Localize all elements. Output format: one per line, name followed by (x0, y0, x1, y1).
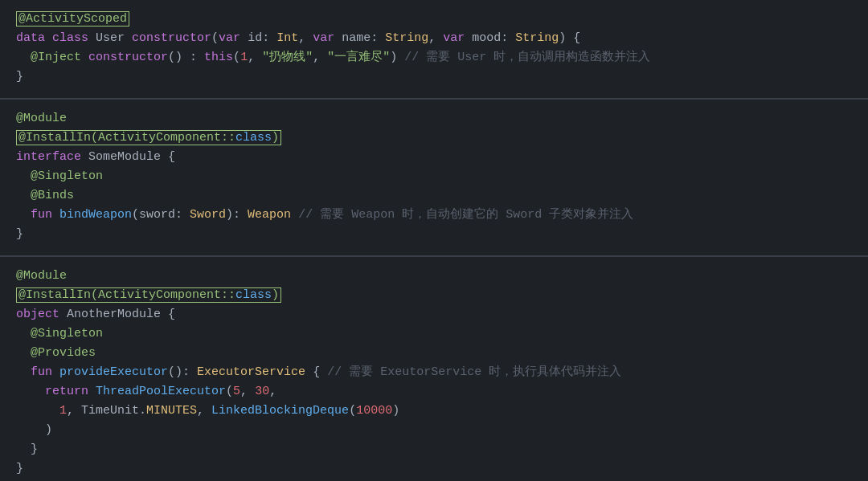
line-3-6: fun provideExecutor(): ExecutorService {… (16, 363, 852, 382)
annotation-activity-scoped: @ActivityScoped (16, 11, 129, 26)
code-block-2: @Module @InstallIn(ActivityComponent::cl… (0, 100, 868, 257)
line-1-4: } (16, 67, 852, 87)
line-3-4: @Singleton (16, 324, 852, 344)
line-3-11: } (16, 459, 852, 479)
line-3-10: } (16, 440, 852, 459)
line-3-7: return ThreadPoolExecutor(5, 30, (16, 382, 852, 402)
line-2-3: interface SomeModule { (16, 148, 852, 167)
annotation-install-in-3: @InstallIn(ActivityComponent::class) (16, 287, 281, 303)
line-2-6: fun bindWeapon(sword: Sword): Weapon // … (16, 206, 852, 225)
line-3-2: @InstallIn(ActivityComponent::class) (16, 286, 852, 305)
line-2-5: @Binds (16, 186, 852, 206)
line-1-3: @Inject constructor() : this(1, "扔物线", "… (16, 48, 852, 67)
line-2-4: @Singleton (16, 167, 852, 186)
code-container: @ActivityScoped data class User construc… (0, 0, 868, 481)
line-2-7: } (16, 225, 852, 244)
line-3-3: object AnotherModule { (16, 305, 852, 324)
line-3-1: @Module (16, 267, 852, 286)
code-block-1: @ActivityScoped data class User construc… (0, 0, 868, 100)
annotation-install-in-2: @InstallIn(ActivityComponent::class) (16, 130, 281, 145)
line-3-5: @Provides (16, 344, 852, 363)
line-3-9: ) (16, 421, 852, 440)
line-3-8: 1, TimeUnit.MINUTES, LinkedBlockingDeque… (16, 402, 852, 421)
line-1-1: @ActivityScoped (16, 10, 852, 29)
line-1-2: data class User constructor(var id: Int,… (16, 29, 852, 48)
line-2-1: @Module (16, 109, 852, 128)
line-2-2: @InstallIn(ActivityComponent::class) (16, 128, 852, 148)
code-block-3: @Module @InstallIn(ActivityComponent::cl… (0, 257, 868, 481)
